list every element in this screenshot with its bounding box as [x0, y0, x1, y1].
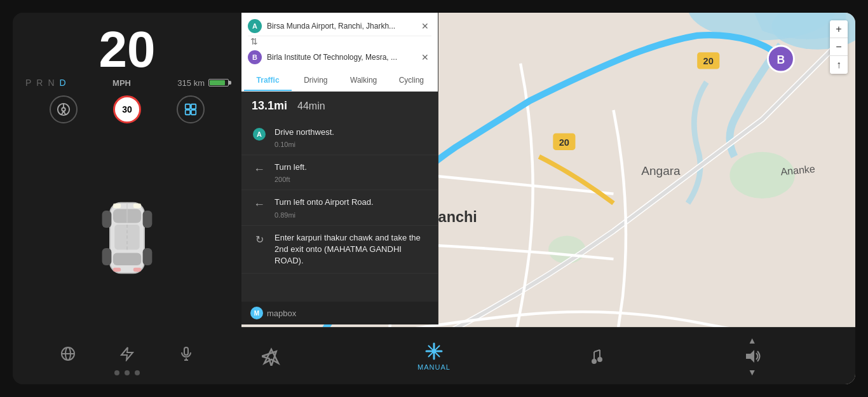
svg-rect-22 [133, 268, 141, 272]
svg-rect-14 [102, 211, 112, 228]
directions-list[interactable]: A Drive northwest. 0.10mi ← Turn left. 2… [241, 120, 438, 302]
road-hazard-icon[interactable] [177, 95, 205, 123]
battery-tip [229, 81, 231, 85]
svg-rect-21 [113, 268, 121, 272]
direction-content-2: Turn left onto Airport Road. 0.89mi [268, 197, 429, 218]
microphone-icon[interactable] [179, 346, 194, 365]
main-container: 20 P R N D MPH 315 km [13, 13, 855, 384]
svg-rect-11 [113, 253, 141, 265]
step-a-marker: A [253, 128, 266, 141]
steering-wheel-icon[interactable] [50, 95, 78, 123]
nav-volume-button[interactable] [743, 347, 762, 366]
route-distance: 13.1mi [252, 99, 287, 113]
direction-content-1: Turn left. 200ft [268, 162, 429, 183]
speed-limit-icon: 30 [113, 95, 141, 123]
nav-music-button[interactable] [587, 347, 606, 366]
hvac-label: MANUAL [417, 363, 451, 371]
route-time: 44min [297, 101, 325, 112]
mapbox-logo: M mapbox [241, 302, 438, 324]
volume-up-button[interactable]: ▲ [748, 335, 757, 345]
car-top-view-container [95, 130, 159, 346]
zoom-out-button[interactable]: − [830, 38, 848, 56]
lightning-icon[interactable] [119, 346, 135, 365]
route-summary: 13.1mi 44min [241, 92, 438, 120]
direction-item-3: ↻ Enter karpuri thakur chawk and take th… [241, 226, 438, 274]
direction-instruction-2: Turn left onto Airport Road. [275, 197, 429, 208]
dest-row: B ✕ [248, 46, 431, 67]
volume-down-button[interactable]: ▼ [748, 367, 757, 377]
waypoint-a-label: A [252, 22, 257, 30]
dot-2 [125, 370, 130, 375]
nav-hvac-button[interactable]: MANUAL [417, 342, 451, 371]
battery-indicator [208, 79, 229, 87]
mph-label: MPH [112, 78, 131, 88]
gear-p[interactable]: P [25, 78, 31, 88]
svg-point-62 [592, 359, 596, 363]
svg-marker-64 [746, 350, 754, 363]
bottom-icons-row [13, 346, 241, 365]
svg-rect-5 [186, 104, 190, 109]
nav-directions-button[interactable] [262, 347, 281, 366]
mode-tabs: Traffic Driving Walking Cycling [241, 71, 438, 92]
svg-rect-20 [133, 204, 141, 208]
direction-distance-2: 0.89mi [275, 211, 429, 219]
tab-walking[interactable]: Walking [340, 71, 388, 91]
svg-rect-7 [186, 110, 190, 115]
direction-icon-3: ↻ [250, 232, 268, 246]
waypoint-b-badge: B [248, 50, 262, 64]
roundabout-arrow: ↻ [255, 233, 264, 246]
direction-icon-0: A [250, 127, 268, 141]
dest-input[interactable] [267, 53, 414, 62]
gear-indicators: P R N D [25, 78, 66, 88]
mapbox-text: mapbox [267, 309, 296, 318]
gear-row: P R N D MPH 315 km [13, 78, 241, 88]
svg-point-63 [598, 358, 602, 361]
svg-text:Angara: Angara [641, 164, 681, 178]
globe-icon[interactable] [60, 346, 76, 365]
compass-button[interactable]: ↑ [830, 56, 848, 74]
dashboard-icons: 30 [13, 95, 241, 123]
tab-driving[interactable]: Driving [292, 71, 339, 91]
gear-r[interactable]: R [36, 78, 43, 88]
svg-point-1 [62, 108, 65, 111]
svg-rect-16 [102, 248, 112, 265]
direction-content-0: Drive northwest. 0.10mi [268, 127, 429, 148]
zoom-in-button[interactable]: + [830, 20, 848, 38]
direction-icon-1: ← [250, 162, 268, 176]
gear-d[interactable]: D [60, 78, 66, 88]
svg-text:20: 20 [559, 137, 569, 148]
search-box: A ✕ ⇅ B ✕ [241, 13, 438, 71]
svg-rect-17 [143, 248, 153, 265]
svg-line-61 [428, 353, 431, 356]
tab-traffic[interactable]: Traffic [244, 71, 292, 91]
svg-rect-15 [143, 211, 153, 228]
gear-n[interactable]: N [48, 78, 54, 88]
direction-instruction-1: Turn left. [275, 162, 429, 173]
speed-limit-value: 30 [122, 104, 132, 115]
dots-indicator [114, 370, 140, 375]
direction-item-1: ← Turn left. 200ft [241, 155, 438, 190]
turn-left-arrow-2: ← [254, 198, 265, 211]
svg-point-53 [432, 349, 436, 353]
dest-clear-button[interactable]: ✕ [419, 51, 431, 64]
svg-line-58 [428, 345, 431, 349]
direction-icon-2: ← [250, 197, 268, 211]
origin-input[interactable] [267, 22, 414, 31]
waypoint-b-label: B [252, 53, 257, 61]
waypoint-a-badge: A [248, 19, 262, 33]
turn-left-arrow-1: ← [254, 163, 265, 176]
svg-line-59 [436, 353, 439, 356]
svg-text:20: 20 [703, 56, 714, 66]
svg-text:B: B [777, 53, 785, 66]
tab-cycling[interactable]: Cycling [388, 71, 435, 91]
svg-rect-6 [191, 104, 196, 109]
origin-row: A ✕ [248, 17, 431, 36]
svg-rect-26 [184, 347, 188, 355]
direction-instruction-0: Drive northwest. [275, 127, 429, 138]
origin-clear-button[interactable]: ✕ [419, 20, 431, 32]
direction-instruction-3: Enter karpuri thakur chawk and take the … [275, 232, 429, 267]
swap-waypoints-icon[interactable]: ⇅ [248, 36, 431, 46]
map-controls: + − ↑ [830, 20, 848, 74]
mapbox-icon: M [250, 307, 263, 319]
car-top-view-image [95, 187, 159, 289]
